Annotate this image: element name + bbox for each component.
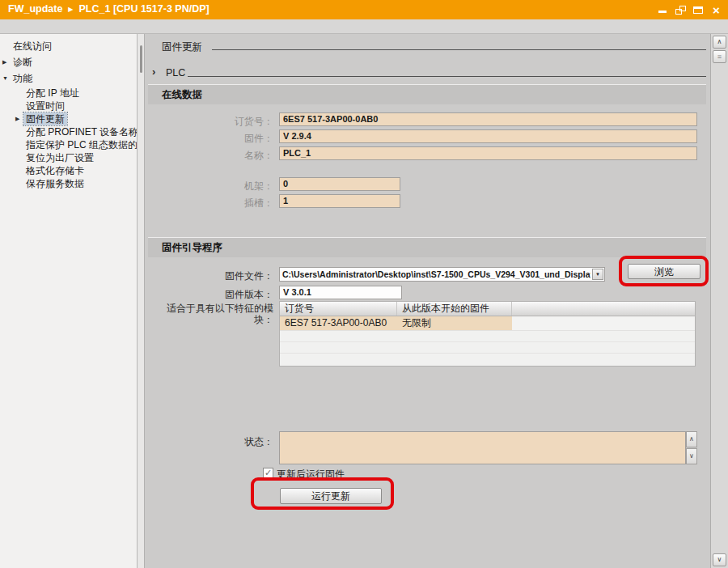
app-title: FW_update [8, 3, 62, 15]
firmware-loader-header: 固件引导程序 [148, 237, 706, 257]
tree-item-firmware-update[interactable]: ▶固件更新 [0, 112, 137, 125]
suitable-modules-label-line2: 块： [150, 313, 273, 327]
browse-button[interactable]: 浏览 [628, 264, 700, 279]
tree-item-functions[interactable]: ▼功能 [0, 70, 137, 87]
close-button[interactable]: × [711, 5, 722, 15]
modules-table: 订货号 从此版本开始的固件 6ES7 517-3AP00-0AB0 无限制 [279, 301, 696, 367]
article-number-field: 6ES7 517-3AP00-0AB0 [279, 112, 697, 126]
col-firmware-from[interactable]: 从此版本开始的固件 [397, 302, 512, 316]
firmware-update-panel: 固件更新 › PLC 在线数据 订货号： 6ES7 517-3AP00-0AB0… [145, 34, 710, 568]
tree-item-factory-reset[interactable]: 复位为出厂设置 [0, 151, 137, 164]
chevron-up-icon: ∧ [689, 435, 694, 443]
vertical-scrollbar[interactable]: ∧ ≡ ∨ [710, 34, 728, 568]
table-row-empty [280, 331, 695, 342]
name-label: 名称： [150, 149, 273, 163]
firmware-version-field: V 3.0.1 [279, 286, 402, 299]
titlebar: FW_update▶PLC_1 [CPU 1517-3 PN/DP] × [0, 0, 728, 19]
page-title: 固件更新 [162, 40, 202, 54]
slot-field: 1 [279, 194, 400, 208]
rack-label: 机架： [150, 180, 273, 193]
breadcrumb-arrow-icon: ▶ [68, 6, 73, 13]
tree-item-online-access[interactable]: 在线访问 [0, 38, 137, 54]
panel-splitter[interactable] [138, 34, 145, 568]
collapsed-icon[interactable]: ▶ [2, 54, 6, 70]
run-update-button[interactable]: 运行更新 [280, 488, 382, 504]
scroll-thumb[interactable]: ≡ [713, 50, 726, 63]
firmware-version-online-field: V 2.9.4 [279, 129, 697, 143]
collapsed-icon[interactable]: ▶ [15, 112, 19, 125]
subsection-arrow-icon[interactable]: › [152, 66, 155, 78]
name-field: PLC_1 [279, 146, 697, 160]
col-empty [512, 302, 695, 316]
chevron-down-icon: ∨ [717, 556, 722, 563]
rule [212, 49, 706, 50]
toolbar-strip [0, 19, 728, 34]
grip-icon: ≡ [717, 53, 722, 61]
combo-dropdown-button[interactable]: ▼ [592, 269, 603, 280]
device-title: PLC_1 [CPU 1517-3 PN/DP] [79, 3, 210, 15]
breadcrumb: FW_update▶PLC_1 [CPU 1517-3 PN/DP] [8, 3, 210, 15]
spin-down-button[interactable]: ∨ [686, 448, 697, 464]
firmware-version-label: 固件版本： [150, 288, 273, 302]
firmware-file-label: 固件文件： [150, 269, 273, 283]
expanded-icon[interactable]: ▼ [2, 70, 8, 87]
chevron-up-icon: ∧ [717, 38, 722, 45]
tree-item-set-time[interactable]: 设置时间 [0, 100, 137, 112]
table-row[interactable]: 6ES7 517-3AP00-0AB0 无限制 [280, 316, 695, 331]
rack-field: 0 [279, 177, 400, 191]
annotation-box-browse: 浏览 [619, 256, 709, 286]
spin-up-button[interactable]: ∧ [686, 431, 697, 447]
restore-button[interactable] [675, 5, 686, 15]
slot-label: 插槽： [150, 197, 273, 210]
tree-item-format-memory-card[interactable]: 格式化存储卡 [0, 164, 137, 177]
splitter-grip-icon [140, 45, 142, 73]
tree-item-diagnostics[interactable]: ▶诊断 [0, 54, 137, 70]
status-label: 状态： [150, 435, 273, 449]
table-row-empty [280, 354, 695, 365]
scroll-up-button[interactable]: ∧ [713, 36, 726, 49]
col-article-number[interactable]: 订货号 [280, 302, 397, 316]
minimize-button[interactable] [658, 5, 668, 15]
tree-item-save-service-data[interactable]: 保存服务数据 [0, 177, 137, 190]
tree-item-assign-ip[interactable]: 分配 IP 地址 [0, 87, 137, 100]
tree-item-assign-profinet-name[interactable]: 分配 PROFINET 设备名称 [0, 125, 137, 138]
annotation-box-run-update: 运行更新 [251, 477, 394, 510]
maximize-button[interactable] [693, 5, 704, 15]
firmware-file-path: C:\Users\Administrator\Desktop\inst\S7-1… [282, 269, 590, 279]
tree-item-assign-password[interactable]: 指定保护 PLC 组态数据的密码 [0, 138, 137, 151]
table-row-empty [280, 342, 695, 354]
firmware-version-online-label: 固件： [150, 132, 273, 146]
chevron-down-icon: ▼ [595, 272, 600, 277]
firmware-file-combobox[interactable]: C:\Users\Administrator\Desktop\inst\S7-1… [279, 267, 605, 282]
plc-subsection-title: PLC [166, 67, 185, 78]
status-scroll-buttons: ∧ ∨ [686, 431, 697, 464]
online-data-header: 在线数据 [148, 84, 706, 104]
status-box [279, 431, 686, 464]
table-header-row: 订货号 从此版本开始的固件 [280, 302, 695, 316]
rule [188, 76, 706, 77]
scroll-down-button[interactable]: ∨ [713, 553, 726, 566]
online-diagnostics-window: FW_update▶PLC_1 [CPU 1517-3 PN/DP] × 在线访… [0, 0, 728, 568]
chevron-down-icon: ∨ [689, 452, 694, 460]
check-icon: ✓ [265, 468, 272, 477]
function-tree: 在线访问 ▶诊断 ▼功能 分配 IP 地址 设置时间 ▶固件更新 分配 PROF… [0, 34, 138, 568]
article-number-label: 订货号： [150, 115, 273, 129]
